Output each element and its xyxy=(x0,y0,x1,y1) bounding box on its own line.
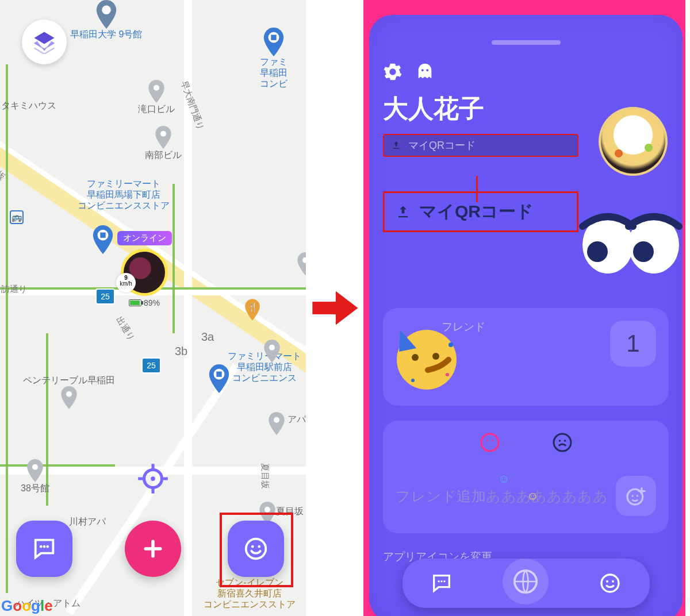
svg-point-38 xyxy=(492,440,493,442)
dock-globe-button[interactable] xyxy=(503,559,549,605)
street-nanmon: 早大南門通り xyxy=(178,79,206,132)
street-dedori: 出通り xyxy=(114,315,137,342)
svg-point-10 xyxy=(274,417,279,423)
svg-point-3 xyxy=(154,85,159,91)
friends-card[interactable]: フレンド 1 xyxy=(383,308,669,406)
transition-arrow xyxy=(306,0,363,616)
poi-apa[interactable]: アパ xyxy=(288,414,306,425)
svg-rect-6 xyxy=(100,233,105,238)
svg-point-46 xyxy=(440,580,442,582)
left-map-screen: 訪通り 早大南門通り 出通り 坂 夏目坂 25 25 3a 3b 🚌 早稲田大学… xyxy=(0,0,306,616)
svg-point-50 xyxy=(606,580,608,583)
poi-penteriburu[interactable]: ペンテリーブル早稲田 xyxy=(23,375,115,410)
profile-avatar[interactable] xyxy=(599,107,668,176)
store-pin-icon[interactable] xyxy=(92,225,114,254)
svg-point-0 xyxy=(102,5,111,14)
poi-label: 早稲田大学 9号館 xyxy=(70,29,142,40)
svg-point-4 xyxy=(160,131,166,137)
poi-nanbu[interactable]: 南部ビル xyxy=(145,125,182,160)
junction-3b: 3b xyxy=(175,345,187,358)
recenter-button[interactable] xyxy=(135,461,171,496)
poi-label: ファミ 早稲田 コンビ xyxy=(260,56,288,90)
svg-point-29 xyxy=(633,241,654,262)
poi-fm-babashita[interactable]: ファミリーマート 早稲田馬場下町店 コンビニエンスストア xyxy=(78,178,170,211)
poi-kawamura[interactable]: 川村アパ xyxy=(69,516,106,527)
svg-text:🍴: 🍴 xyxy=(248,302,258,312)
svg-point-12 xyxy=(264,507,270,513)
junction-3a: 3a xyxy=(201,330,214,344)
arrow-right-icon xyxy=(308,282,361,334)
svg-point-24 xyxy=(421,69,424,71)
add-friend-card[interactable]: フレンド追加ああああああああ ☺ ☺ xyxy=(383,421,669,533)
svg-point-11 xyxy=(32,464,38,470)
decor-emoji-icon: ☺ xyxy=(527,490,538,503)
svg-point-45 xyxy=(438,580,439,582)
bus-stop-icon: 🚌 xyxy=(10,210,24,224)
svg-point-34 xyxy=(411,379,415,382)
store-pin-icon xyxy=(263,28,285,56)
google-logo: Google xyxy=(1,597,53,615)
add-friend-button[interactable] xyxy=(616,476,656,516)
bottom-nav-dock xyxy=(402,559,650,608)
poi-takimi[interactable]: タキミハウス xyxy=(1,100,56,111)
highlight-profile-fab xyxy=(220,513,293,587)
dock-chat-button[interactable] xyxy=(424,566,459,600)
smiley-plus-icon xyxy=(624,484,647,507)
svg-point-43 xyxy=(632,495,634,496)
poi-takiguchi[interactable]: 滝口ビル xyxy=(138,79,175,114)
svg-point-9 xyxy=(66,391,72,397)
map-layers-button[interactable] xyxy=(22,20,67,64)
poi-fm-waseda[interactable]: ファミ 早稲田 コンビ xyxy=(260,28,288,90)
svg-point-19 xyxy=(43,545,46,548)
battery-indicator: 89% xyxy=(129,298,160,307)
friends-count[interactable]: 1 xyxy=(610,321,656,367)
dock-profile-button[interactable] xyxy=(593,566,627,600)
store-pin-icon xyxy=(208,364,230,393)
svg-point-13 xyxy=(269,345,275,351)
restaurant-pin-icon[interactable]: 🍴 xyxy=(244,299,260,321)
route-badge-25: 25 xyxy=(141,357,161,374)
ghost-icon[interactable] xyxy=(415,62,435,82)
add-fab[interactable] xyxy=(125,521,181,577)
pin-icon xyxy=(268,411,285,436)
my-qr-button-large[interactable]: マイQRコード xyxy=(383,191,578,232)
svg-point-17 xyxy=(151,476,155,481)
my-qr-button-small[interactable]: マイQRコード xyxy=(383,134,578,157)
share-icon xyxy=(395,204,411,220)
sheet-grabber[interactable] xyxy=(492,40,561,45)
svg-point-39 xyxy=(554,434,571,451)
qr-label: マイQRコード xyxy=(408,138,476,152)
sad-face-icon xyxy=(552,432,573,453)
poi-waseda-9[interactable]: 早稲田大学 9号館 xyxy=(70,0,142,40)
smiley-icon xyxy=(599,572,622,595)
annotation-connector xyxy=(476,176,478,202)
speed-badge: 9 km/h xyxy=(116,273,136,292)
pin-icon xyxy=(26,459,44,483)
svg-point-28 xyxy=(587,241,608,262)
poi-38gokan[interactable]: 38号館 xyxy=(21,459,49,494)
pin-icon[interactable] xyxy=(263,339,281,363)
svg-rect-2 xyxy=(271,35,276,40)
svg-rect-8 xyxy=(216,372,221,377)
chat-icon xyxy=(430,572,453,595)
sad-clock-icon xyxy=(480,432,500,453)
pin-icon xyxy=(60,386,78,410)
svg-point-33 xyxy=(448,342,453,347)
chat-icon xyxy=(31,536,57,562)
globe-face-icon xyxy=(512,568,539,595)
gear-icon[interactable] xyxy=(383,62,402,82)
chat-fab[interactable] xyxy=(16,521,72,577)
crosshair-icon xyxy=(135,461,171,496)
profile-sheet[interactable]: 大人花子 マイQRコード マイQRコード フレンド xyxy=(369,15,683,616)
svg-point-20 xyxy=(46,545,49,548)
party-face-icon xyxy=(388,317,462,392)
street-natsumezaka: 夏目坂 xyxy=(259,463,270,489)
svg-point-47 xyxy=(443,580,445,582)
svg-point-40 xyxy=(558,440,561,442)
eyes-illustration xyxy=(573,210,683,279)
pin-icon[interactable] xyxy=(297,252,306,276)
decor-emoji-icon: ☺ xyxy=(498,472,509,486)
svg-point-25 xyxy=(426,69,428,71)
user-avatar-pin[interactable]: オンライン 9 km/h 89% xyxy=(113,231,176,307)
path xyxy=(6,64,8,593)
